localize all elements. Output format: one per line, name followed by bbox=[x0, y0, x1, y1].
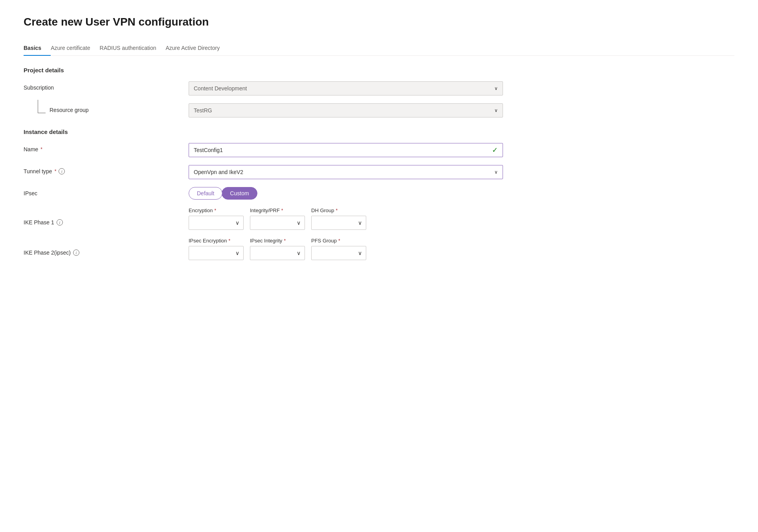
ike-phase2-pfs-label-wrapper: PFS Group * bbox=[311, 238, 366, 244]
tunnel-type-control: OpenVpn and IkeV2 ∨ bbox=[189, 165, 503, 179]
tab-azure-ad[interactable]: Azure Active Directory bbox=[166, 41, 229, 56]
ike-phase1-integrity-group: Integrity/PRF * ∨ bbox=[250, 207, 305, 230]
resource-group-label-wrapper: Resource group bbox=[24, 103, 189, 113]
resource-group-value: TestRG bbox=[194, 107, 212, 114]
resource-group-control: TestRG ∨ bbox=[189, 103, 503, 117]
tunnel-type-required-indicator: * bbox=[55, 169, 57, 174]
ike-phase2-pfs-required: * bbox=[338, 238, 340, 244]
ike-phase1-dhgroup-required: * bbox=[336, 208, 338, 213]
tab-azure-certificate[interactable]: Azure certificate bbox=[51, 41, 99, 56]
ike-phase2-row: IKE Phase 2(ipsec) i IPsec Encryption * … bbox=[24, 238, 734, 260]
tunnel-type-value: OpenVpn and IkeV2 bbox=[194, 169, 243, 175]
ike-phase1-encryption-label: Encryption bbox=[189, 207, 213, 213]
ipsec-toggle-group: Default Custom bbox=[189, 187, 503, 200]
project-details-title: Project details bbox=[24, 67, 734, 73]
tunnel-type-chevron-icon: ∨ bbox=[494, 169, 498, 175]
ike-phase1-encryption-label-wrapper: Encryption * bbox=[189, 207, 244, 213]
page-title: Create new User VPN configuration bbox=[24, 16, 734, 28]
ike-phase1-encryption-required: * bbox=[214, 208, 216, 213]
name-label: Name bbox=[24, 146, 38, 152]
ike-phase2-info-icon[interactable]: i bbox=[73, 249, 79, 256]
instance-details-section: Instance details Name * TestConfig1 ✓ Tu… bbox=[24, 128, 734, 260]
ike-phase1-integrity-label-wrapper: Integrity/PRF * bbox=[250, 207, 305, 213]
tunnel-type-label-wrapper: Tunnel type * i bbox=[24, 165, 189, 174]
project-details-section: Project details Subscription Content Dev… bbox=[24, 67, 734, 117]
ipsec-custom-button[interactable]: Custom bbox=[222, 187, 257, 200]
ike-phase1-dhgroup-group: DH Group * ∨ bbox=[311, 207, 366, 230]
resource-group-dropdown[interactable]: TestRG ∨ bbox=[189, 103, 503, 117]
ike-phase1-label-wrapper: IKE Phase 1 i bbox=[24, 207, 189, 226]
ike-phase2-ipsec-encryption-chevron-icon: ∨ bbox=[235, 250, 239, 256]
name-control: TestConfig1 ✓ bbox=[189, 143, 503, 157]
ike-phase1-info-icon[interactable]: i bbox=[57, 219, 63, 226]
instance-details-title: Instance details bbox=[24, 128, 734, 135]
ike-phase2-ipsec-integrity-group: IPsec Integrity * ∨ bbox=[250, 238, 305, 260]
name-input[interactable]: TestConfig1 ✓ bbox=[189, 143, 503, 157]
ike-phase2-label: IKE Phase 2(ipsec) bbox=[24, 249, 71, 256]
name-value: TestConfig1 bbox=[194, 147, 223, 153]
ike-phase1-integrity-label: Integrity/PRF bbox=[250, 207, 280, 213]
ike-phase1-dhgroup-chevron-icon: ∨ bbox=[358, 220, 362, 226]
ipsec-row: IPsec Default Custom bbox=[24, 187, 734, 200]
ike-phase1-encryption-dropdown[interactable]: ∨ bbox=[189, 216, 244, 230]
ipsec-label: IPsec bbox=[24, 187, 189, 196]
ike-phase2-ipsec-encryption-group: IPsec Encryption * ∨ bbox=[189, 238, 244, 260]
ike-phase2-pfs-dropdown[interactable]: ∨ bbox=[311, 246, 366, 260]
ike-phase2-ipsec-encryption-label: IPsec Encryption bbox=[189, 238, 227, 244]
ike-phase1-integrity-dropdown[interactable]: ∨ bbox=[250, 216, 305, 230]
ike-phase2-pfs-group-group: PFS Group * ∨ bbox=[311, 238, 366, 260]
ike-phase2-fields: IPsec Encryption * ∨ IPsec Integrity * ∨ bbox=[189, 238, 734, 260]
ike-phase2-ipsec-integrity-label-wrapper: IPsec Integrity * bbox=[250, 238, 305, 244]
ike-phase1-row: IKE Phase 1 i Encryption * ∨ Integrity/P… bbox=[24, 207, 734, 230]
ike-phase1-encryption-group: Encryption * ∨ bbox=[189, 207, 244, 230]
ike-phase2-ipsec-integrity-dropdown[interactable]: ∨ bbox=[250, 246, 305, 260]
name-row: Name * TestConfig1 ✓ bbox=[24, 143, 734, 157]
tunnel-type-dropdown[interactable]: OpenVpn and IkeV2 ∨ bbox=[189, 165, 503, 179]
ike-phase2-ipsec-encryption-required: * bbox=[229, 238, 231, 244]
ike-phase2-label-wrapper: IKE Phase 2(ipsec) i bbox=[24, 238, 189, 256]
ike-phase1-encryption-chevron-icon: ∨ bbox=[235, 220, 239, 226]
subscription-control: Content Development ∨ bbox=[189, 81, 503, 95]
ike-phase1-fields: Encryption * ∨ Integrity/PRF * ∨ bbox=[189, 207, 734, 230]
ike-phase2-ipsec-encryption-dropdown[interactable]: ∨ bbox=[189, 246, 244, 260]
tunnel-type-row: Tunnel type * i OpenVpn and IkeV2 ∨ bbox=[24, 165, 734, 179]
ike-phase1-label: IKE Phase 1 bbox=[24, 219, 54, 226]
ipsec-control: Default Custom bbox=[189, 187, 503, 200]
tab-radius-auth[interactable]: RADIUS authentication bbox=[100, 41, 166, 56]
tab-basics[interactable]: Basics bbox=[24, 41, 51, 56]
name-valid-icon: ✓ bbox=[492, 146, 498, 154]
ike-phase1-integrity-chevron-icon: ∨ bbox=[297, 220, 301, 226]
resource-group-label: Resource group bbox=[50, 107, 89, 113]
subscription-value: Content Development bbox=[194, 85, 247, 92]
tunnel-type-label: Tunnel type bbox=[24, 168, 52, 174]
ike-phase1-dhgroup-label: DH Group bbox=[311, 207, 334, 213]
ike-phase1-dhgroup-label-wrapper: DH Group * bbox=[311, 207, 366, 213]
name-required-indicator: * bbox=[40, 147, 42, 152]
ike-phase2-ipsec-encryption-label-wrapper: IPsec Encryption * bbox=[189, 238, 244, 244]
resource-group-chevron-icon: ∨ bbox=[494, 108, 498, 113]
name-label-wrapper: Name * bbox=[24, 143, 189, 152]
tabs-container: Basics Azure certificate RADIUS authenti… bbox=[24, 41, 734, 56]
ike-phase2-pfs-label: PFS Group bbox=[311, 238, 337, 244]
ike-phase2-ipsec-integrity-chevron-icon: ∨ bbox=[297, 250, 301, 256]
ike-phase2-ipsec-integrity-required: * bbox=[284, 238, 286, 244]
subscription-chevron-icon: ∨ bbox=[494, 86, 498, 91]
subscription-label: Subscription bbox=[24, 81, 189, 91]
resource-group-row: Resource group TestRG ∨ bbox=[24, 103, 734, 117]
ike-phase2-pfs-chevron-icon: ∨ bbox=[358, 250, 362, 256]
ipsec-default-button[interactable]: Default bbox=[189, 187, 222, 200]
ike-phase1-integrity-required: * bbox=[281, 208, 283, 213]
ike-phase2-ipsec-integrity-label: IPsec Integrity bbox=[250, 238, 282, 244]
tunnel-type-info-icon[interactable]: i bbox=[59, 168, 65, 174]
ike-phase1-dhgroup-dropdown[interactable]: ∨ bbox=[311, 216, 366, 230]
subscription-dropdown[interactable]: Content Development ∨ bbox=[189, 81, 503, 95]
subscription-row: Subscription Content Development ∨ bbox=[24, 81, 734, 95]
